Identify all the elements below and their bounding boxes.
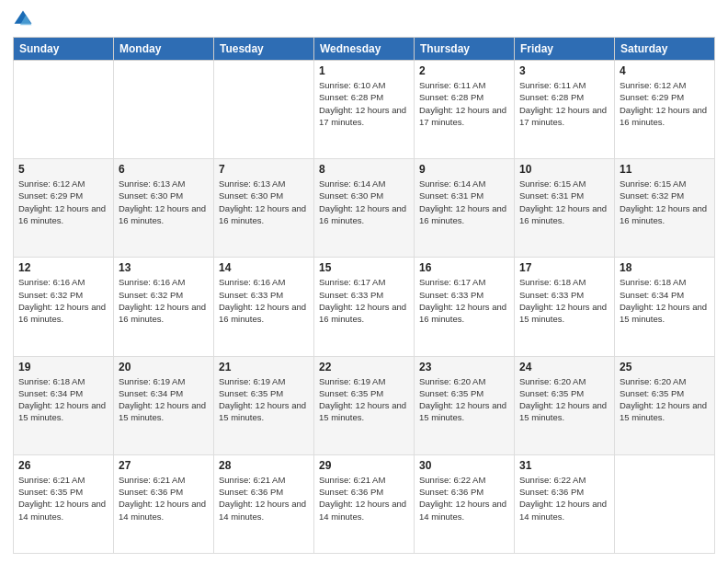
calendar-cell: 3Sunrise: 6:11 AM Sunset: 6:28 PM Daylig… [515,61,615,159]
day-info: Sunrise: 6:11 AM Sunset: 6:28 PM Dayligh… [419,79,509,128]
day-number: 17 [519,261,609,274]
day-number: 23 [419,361,509,373]
day-info: Sunrise: 6:12 AM Sunset: 6:29 PM Dayligh… [620,79,710,128]
calendar-table: SundayMondayTuesdayWednesdayThursdayFrid… [13,37,715,554]
day-number: 19 [18,361,108,373]
day-info: Sunrise: 6:16 AM Sunset: 6:32 PM Dayligh… [119,276,209,325]
day-info: Sunrise: 6:21 AM Sunset: 6:36 PM Dayligh… [319,474,409,523]
day-of-week-header: Sunday [14,38,114,61]
day-of-week-header: Tuesday [214,38,314,61]
day-info: Sunrise: 6:16 AM Sunset: 6:33 PM Dayligh… [219,276,309,325]
day-info: Sunrise: 6:13 AM Sunset: 6:30 PM Dayligh… [219,178,309,226]
calendar-cell: 28Sunrise: 6:21 AM Sunset: 6:36 PM Dayli… [214,454,314,553]
day-number: 10 [519,163,609,176]
day-info: Sunrise: 6:22 AM Sunset: 6:36 PM Dayligh… [519,474,609,523]
day-info: Sunrise: 6:21 AM Sunset: 6:36 PM Dayligh… [119,474,209,523]
day-info: Sunrise: 6:17 AM Sunset: 6:33 PM Dayligh… [319,276,409,325]
day-number: 6 [119,163,209,176]
page-header [13,9,715,29]
calendar-cell: 22Sunrise: 6:19 AM Sunset: 6:35 PM Dayli… [314,356,415,454]
calendar-cell: 17Sunrise: 6:18 AM Sunset: 6:33 PM Dayli… [515,258,615,356]
day-number: 2 [419,64,509,77]
day-info: Sunrise: 6:16 AM Sunset: 6:32 PM Dayligh… [18,276,108,325]
day-number: 21 [219,361,309,373]
day-number: 12 [18,261,108,274]
day-info: Sunrise: 6:18 AM Sunset: 6:33 PM Dayligh… [519,276,609,325]
calendar-cell: 16Sunrise: 6:17 AM Sunset: 6:33 PM Dayli… [415,258,515,356]
day-info: Sunrise: 6:21 AM Sunset: 6:35 PM Dayligh… [18,474,108,523]
day-of-week-header: Wednesday [314,38,415,61]
day-number: 15 [319,261,409,274]
calendar-cell: 11Sunrise: 6:15 AM Sunset: 6:32 PM Dayli… [615,159,715,258]
day-info: Sunrise: 6:19 AM Sunset: 6:35 PM Dayligh… [319,375,409,424]
calendar-cell: 14Sunrise: 6:16 AM Sunset: 6:33 PM Dayli… [214,258,314,356]
calendar-cell: 19Sunrise: 6:18 AM Sunset: 6:34 PM Dayli… [14,356,114,454]
calendar-cell: 12Sunrise: 6:16 AM Sunset: 6:32 PM Dayli… [14,258,114,356]
day-number: 27 [119,459,209,472]
calendar-cell: 10Sunrise: 6:15 AM Sunset: 6:31 PM Dayli… [515,159,615,258]
day-number: 4 [620,64,710,77]
day-number: 24 [519,361,609,373]
calendar-cell: 26Sunrise: 6:21 AM Sunset: 6:35 PM Dayli… [14,454,114,553]
day-info: Sunrise: 6:19 AM Sunset: 6:34 PM Dayligh… [119,375,209,424]
calendar-cell: 21Sunrise: 6:19 AM Sunset: 6:35 PM Dayli… [214,356,314,454]
calendar-cell: 2Sunrise: 6:11 AM Sunset: 6:28 PM Daylig… [415,61,515,159]
day-info: Sunrise: 6:18 AM Sunset: 6:34 PM Dayligh… [18,375,108,424]
calendar-cell: 1Sunrise: 6:10 AM Sunset: 6:28 PM Daylig… [314,61,415,159]
day-of-week-header: Saturday [615,38,715,61]
day-info: Sunrise: 6:20 AM Sunset: 6:35 PM Dayligh… [419,375,509,424]
calendar-cell: 24Sunrise: 6:20 AM Sunset: 6:35 PM Dayli… [515,356,615,454]
day-info: Sunrise: 6:18 AM Sunset: 6:34 PM Dayligh… [620,276,710,325]
calendar-cell: 29Sunrise: 6:21 AM Sunset: 6:36 PM Dayli… [314,454,415,553]
day-info: Sunrise: 6:14 AM Sunset: 6:30 PM Dayligh… [319,178,409,226]
day-number: 8 [319,163,409,176]
calendar-cell: 30Sunrise: 6:22 AM Sunset: 6:36 PM Dayli… [415,454,515,553]
calendar-cell: 4Sunrise: 6:12 AM Sunset: 6:29 PM Daylig… [615,61,715,159]
calendar-cell: 18Sunrise: 6:18 AM Sunset: 6:34 PM Dayli… [615,258,715,356]
day-info: Sunrise: 6:19 AM Sunset: 6:35 PM Dayligh… [219,375,309,424]
day-of-week-header: Friday [515,38,615,61]
day-number: 30 [419,459,509,472]
day-number: 18 [620,261,710,274]
day-number: 16 [419,261,509,274]
day-number: 28 [219,459,309,472]
calendar-cell: 25Sunrise: 6:20 AM Sunset: 6:35 PM Dayli… [615,356,715,454]
day-number: 1 [319,64,409,77]
day-number: 22 [319,361,409,373]
day-info: Sunrise: 6:11 AM Sunset: 6:28 PM Dayligh… [519,79,609,128]
day-of-week-header: Thursday [415,38,515,61]
day-info: Sunrise: 6:13 AM Sunset: 6:30 PM Dayligh… [119,178,209,226]
day-number: 25 [620,361,710,373]
day-number: 13 [119,261,209,274]
day-info: Sunrise: 6:15 AM Sunset: 6:31 PM Dayligh… [519,178,609,226]
calendar-cell [114,61,214,159]
calendar-cell: 8Sunrise: 6:14 AM Sunset: 6:30 PM Daylig… [314,159,415,258]
day-info: Sunrise: 6:21 AM Sunset: 6:36 PM Dayligh… [219,474,309,523]
day-number: 9 [419,163,509,176]
day-number: 20 [119,361,209,373]
calendar-cell: 5Sunrise: 6:12 AM Sunset: 6:29 PM Daylig… [14,159,114,258]
day-info: Sunrise: 6:17 AM Sunset: 6:33 PM Dayligh… [419,276,509,325]
day-number: 3 [519,64,609,77]
day-info: Sunrise: 6:14 AM Sunset: 6:31 PM Dayligh… [419,178,509,226]
day-info: Sunrise: 6:22 AM Sunset: 6:36 PM Dayligh… [419,474,509,523]
day-number: 31 [519,459,609,472]
day-info: Sunrise: 6:10 AM Sunset: 6:28 PM Dayligh… [319,79,409,128]
calendar-cell [14,61,114,159]
logo [13,9,36,29]
day-number: 5 [18,163,108,176]
calendar-cell: 23Sunrise: 6:20 AM Sunset: 6:35 PM Dayli… [415,356,515,454]
calendar-cell: 6Sunrise: 6:13 AM Sunset: 6:30 PM Daylig… [114,159,214,258]
calendar-cell: 9Sunrise: 6:14 AM Sunset: 6:31 PM Daylig… [415,159,515,258]
day-number: 14 [219,261,309,274]
day-info: Sunrise: 6:12 AM Sunset: 6:29 PM Dayligh… [18,178,108,226]
calendar-cell: 20Sunrise: 6:19 AM Sunset: 6:34 PM Dayli… [114,356,214,454]
calendar-cell: 13Sunrise: 6:16 AM Sunset: 6:32 PM Dayli… [114,258,214,356]
day-number: 29 [319,459,409,472]
calendar-cell: 27Sunrise: 6:21 AM Sunset: 6:36 PM Dayli… [114,454,214,553]
day-info: Sunrise: 6:20 AM Sunset: 6:35 PM Dayligh… [519,375,609,424]
logo-icon [13,9,33,29]
calendar-cell: 31Sunrise: 6:22 AM Sunset: 6:36 PM Dayli… [515,454,615,553]
day-of-week-header: Monday [114,38,214,61]
day-number: 26 [18,459,108,472]
